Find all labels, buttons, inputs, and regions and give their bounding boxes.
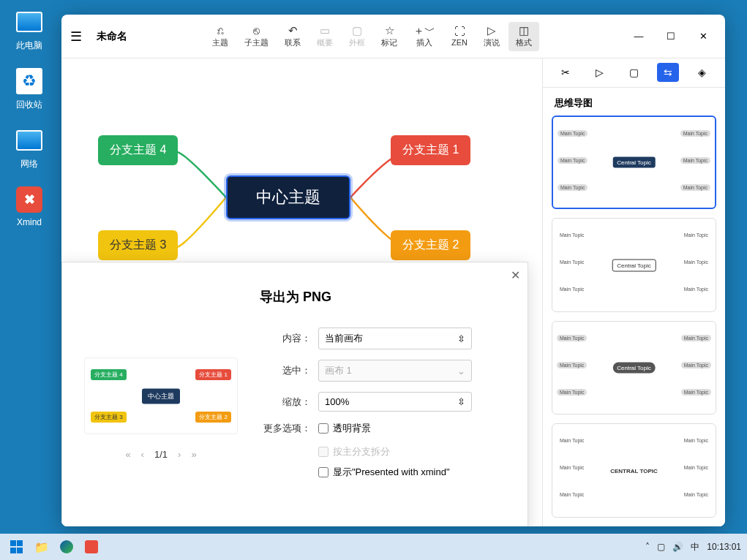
toolbar-插入[interactable]: ＋﹀插入: [406, 22, 443, 51]
xmind-taskbar-icon[interactable]: [80, 536, 102, 558]
right-tab-3[interactable]: ⇆: [657, 63, 679, 82]
window-controls: — ☐ ✕: [626, 25, 716, 48]
tool-label: 子主题: [244, 37, 269, 48]
desktop-icon-this-pc[interactable]: 此电脑: [7, 7, 51, 52]
desktop-label: 网络: [20, 158, 38, 170]
titlebar: ☰ 未命名 ⎌主题⎋子主题↶联系▭概要▢外框☆标记＋﹀插入⛶ZEN▷演说◫格式 …: [61, 15, 725, 58]
chevron-updown-icon: ⇳: [457, 333, 465, 344]
tool-icon: ＋﹀: [413, 25, 435, 36]
mindmap-branch-3[interactable]: 分支主题 3: [98, 230, 178, 260]
tool-label: 主题: [212, 37, 228, 48]
right-tab-0[interactable]: ✂: [555, 63, 577, 82]
zoom-label: 缩放：: [260, 396, 311, 409]
toolbar-子主题[interactable]: ⎋子主题: [237, 22, 276, 51]
app-window: ☰ 未命名 ⎌主题⎋子主题↶联系▭概要▢外框☆标记＋﹀插入⛶ZEN▷演说◫格式 …: [61, 15, 725, 526]
mindmap-branch-4[interactable]: 分支主题 4: [98, 135, 178, 165]
mindmap-branch-2[interactable]: 分支主题 2: [391, 230, 470, 260]
tool-icon: ⎋: [253, 25, 260, 36]
right-tab-2[interactable]: ▢: [623, 63, 645, 82]
pager-last[interactable]: »: [191, 449, 196, 460]
mindmap-center-node[interactable]: 中心主题: [226, 175, 350, 219]
dialog-title: 导出为 PNG: [260, 288, 513, 306]
tool-icon: ⛶: [454, 26, 465, 37]
right-tab-4[interactable]: ◈: [691, 63, 713, 82]
network-icon: [16, 130, 42, 151]
tool-label: 外框: [349, 37, 365, 48]
panel-title: 思维导图: [543, 88, 725, 116]
tool-icon: ▷: [487, 25, 496, 36]
pager-first[interactable]: «: [125, 449, 130, 460]
edge-icon[interactable]: [56, 536, 78, 558]
tool-label: 概要: [317, 37, 333, 48]
template-card-3[interactable]: Central TopicMain TopicMain TopicMain To…: [552, 321, 716, 415]
clock[interactable]: 10:13:01: [707, 542, 741, 552]
tool-label: 联系: [285, 37, 301, 48]
zoom-select[interactable]: 100%⇳: [318, 392, 472, 412]
desktop-icon-recycle[interactable]: 回收站: [7, 67, 51, 111]
toolbar-ZEN[interactable]: ⛶ZEN: [444, 22, 475, 51]
template-card-4[interactable]: CENTRAL TOPICMain TopicMain TopicMain To…: [552, 423, 716, 518]
preview-center: 中心主题: [142, 388, 180, 404]
maximize-button[interactable]: ☐: [658, 25, 684, 48]
content-label: 内容：: [260, 332, 311, 345]
mindmap-branch-1[interactable]: 分支主题 1: [391, 135, 470, 165]
desktop-label: 此电脑: [16, 39, 42, 52]
system-tray: ˄ ▢ 🔊 中 10:13:01: [645, 541, 741, 553]
start-button[interactable]: [6, 536, 28, 558]
right-panel: ✂▷▢⇆◈ 思维导图 Central TopicMain TopicMain T…: [542, 58, 725, 526]
ime-indicator[interactable]: 中: [691, 541, 699, 553]
right-tab-1[interactable]: ▷: [589, 63, 611, 82]
desktop-label: 回收站: [16, 99, 42, 111]
toolbar-联系[interactable]: ↶联系: [277, 22, 308, 51]
desktop-icon-network[interactable]: 网络: [7, 126, 51, 170]
toolbar-演说[interactable]: ▷演说: [476, 22, 507, 51]
tool-icon: ▢: [352, 25, 362, 36]
tool-label: 插入: [416, 37, 432, 48]
selected-select: 画布 1⌄: [318, 360, 472, 382]
pager-next[interactable]: ›: [178, 449, 181, 460]
template-card-1[interactable]: Central TopicMain TopicMain TopicMain To…: [552, 116, 716, 210]
tool-icon: ↶: [288, 25, 298, 36]
watermark-checkbox[interactable]: 显示"Presented with xmind": [318, 466, 450, 479]
tray-network-icon[interactable]: ▢: [657, 542, 665, 552]
export-preview: 中心主题 分支主题 1 分支主题 2 分支主题 3 分支主题 4: [84, 357, 238, 434]
desktop-label: Xmind: [17, 217, 42, 227]
tray-volume-icon[interactable]: 🔊: [672, 542, 683, 552]
desktop-icon-xmind[interactable]: Xmind: [7, 185, 51, 227]
document-title: 未命名: [97, 30, 127, 43]
tool-icon: ☆: [385, 25, 394, 36]
tray-chevron-icon[interactable]: ˄: [645, 542, 650, 552]
chevron-down-icon: ⌄: [457, 366, 465, 377]
tool-label: 演说: [484, 37, 500, 48]
canvas[interactable]: 中心主题 分支主题 1 分支主题 2 分支主题 3 分支主题 4 ✕ 中心主题 …: [61, 58, 542, 526]
tool-icon: ⎌: [217, 25, 224, 36]
toolbar-格式[interactable]: ◫格式: [508, 22, 539, 51]
dialog-close-button[interactable]: ✕: [511, 268, 520, 282]
minimize-button[interactable]: —: [626, 25, 652, 48]
export-dialog: ✕ 中心主题 分支主题 1 分支主题 2 分支主题 3 分支主题 4 « ‹: [61, 262, 528, 526]
preview-node: 分支主题 2: [195, 412, 231, 423]
transparent-checkbox[interactable]: 透明背景: [318, 422, 371, 435]
tool-label: ZEN: [451, 38, 468, 47]
toolbar-标记[interactable]: ☆标记: [374, 22, 405, 51]
explorer-icon[interactable]: [31, 536, 53, 558]
content-select[interactable]: 当前画布⇳: [318, 328, 472, 349]
toolbar: ⎌主题⎋子主题↶联系▭概要▢外框☆标记＋﹀插入⛶ZEN▷演说◫格式: [205, 22, 539, 51]
monitor-icon: [16, 12, 42, 32]
split-checkbox: 按主分支拆分: [318, 445, 390, 458]
preview-node: 分支主题 4: [91, 369, 127, 380]
tool-label: 格式: [516, 37, 532, 48]
pager-prev[interactable]: ‹: [141, 449, 144, 460]
more-label: 更多选项：: [260, 422, 311, 435]
preview-pager: « ‹ 1/1 › »: [125, 449, 196, 460]
right-panel-tabs: ✂▷▢⇆◈: [543, 58, 725, 88]
menu-icon[interactable]: ☰: [70, 29, 82, 45]
preview-node: 分支主题 1: [195, 369, 231, 380]
toolbar-概要: ▭概要: [309, 22, 340, 51]
recycle-icon: [16, 68, 42, 94]
toolbar-主题[interactable]: ⎌主题: [205, 22, 236, 51]
chevron-updown-icon: ⇳: [457, 396, 465, 407]
template-card-2[interactable]: Central TopicMain TopicMain TopicMain To…: [552, 218, 716, 312]
close-button[interactable]: ✕: [690, 25, 716, 48]
pager-current: 1/1: [154, 449, 168, 460]
